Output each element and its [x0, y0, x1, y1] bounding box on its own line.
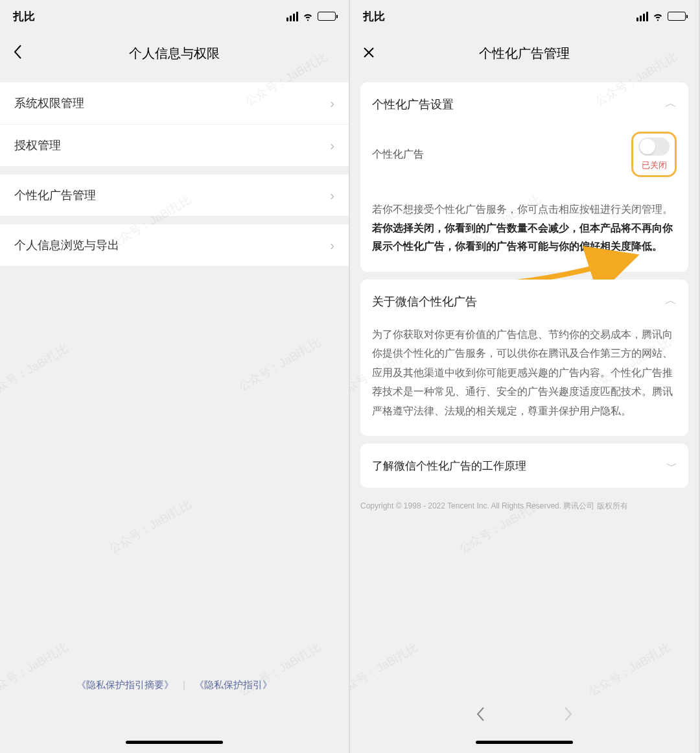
section-body: 为了你获取对你更有价值的广告信息、节约你的交易成本，腾讯向你提供个性化的广告服务… [372, 325, 677, 420]
separator: | [183, 679, 185, 690]
section-description: 若你不想接受个性化广告服务，你可点击相应按钮进行关闭管理。若你选择关闭，你看到的… [372, 200, 677, 256]
toggle-highlight: 已关闭 [631, 132, 677, 177]
card-about-ads: 关于微信个性化广告 ︿ 为了你获取对你更有价值的广告信息、节约你的交易成本，腾讯… [360, 280, 688, 436]
card-ad-settings: 个性化广告设置 ︿ 个性化广告 已关闭 若你不想接受个性化广告服务，你可点击相应… [360, 82, 688, 272]
desc-bold: 若你选择关闭，你看到的广告数量不会减少，但本产品将不再向你展示个性化广告，你看到… [372, 222, 673, 252]
status-bar: 扎比 [350, 0, 699, 32]
copyright: Copyright © 1998 - 2022 Tencent Inc. All… [360, 501, 688, 512]
screen-ads-management: 扎比 个性化广告管理 个性化广告设置 ︿ 个性化广告 已关闭 [350, 0, 700, 753]
desc-plain: 若你不想接受个性化广告服务，你可点击相应按钮进行关闭管理。 [372, 204, 673, 215]
item-label: 个人信息浏览与导出 [14, 237, 119, 253]
toggle-label: 个性化广告 [372, 148, 424, 161]
page-title: 个性化广告管理 [479, 45, 570, 62]
bottom-links: 《隐私保护指引摘要》 | 《隐私保护指引》 [0, 679, 349, 691]
header-label: 了解微信个性化广告的工作原理 [372, 459, 526, 473]
nav-forward-icon[interactable] [563, 706, 574, 727]
carrier-label: 扎比 [363, 9, 385, 24]
link-privacy-summary[interactable]: 《隐私保护指引摘要》 [76, 679, 174, 690]
chevron-right-icon: › [330, 138, 334, 153]
chevron-right-icon: › [330, 238, 334, 253]
back-button[interactable] [13, 44, 22, 64]
nav-bar: 个人信息与权限 [0, 32, 349, 75]
battery-icon [318, 12, 336, 21]
chevron-up-icon: ︿ [665, 293, 677, 308]
item-personalized-ads[interactable]: 个性化广告管理 › [0, 174, 349, 217]
toggle-state-label: 已关闭 [642, 160, 667, 171]
chevron-right-icon: › [330, 188, 334, 203]
item-auth-management[interactable]: 授权管理 › [0, 125, 349, 167]
wifi-icon [652, 10, 664, 22]
status-icons [286, 10, 336, 22]
header-label: 关于微信个性化广告 [372, 294, 477, 309]
status-icons [636, 10, 686, 22]
home-indicator[interactable] [476, 741, 573, 744]
status-bar: 扎比 [0, 0, 349, 32]
item-system-permissions[interactable]: 系统权限管理 › [0, 82, 349, 125]
header-label: 个性化广告设置 [372, 97, 454, 112]
personalized-ads-toggle[interactable] [638, 137, 670, 156]
screen-permissions: 扎比 个人信息与权限 系统权限管理 › 授权管理 › 个性化广告管理 › 个人信… [0, 0, 350, 753]
bottom-nav [350, 706, 699, 727]
section-header[interactable]: 关于微信个性化广告 ︿ [372, 294, 677, 309]
toggle-knob [640, 139, 655, 154]
card-how-it-works[interactable]: 了解微信个性化广告的工作原理 ︿ [360, 444, 688, 488]
section-header[interactable]: 了解微信个性化广告的工作原理 ︿ [372, 458, 677, 473]
link-privacy-guide[interactable]: 《隐私保护指引》 [194, 679, 272, 690]
page-title: 个人信息与权限 [129, 45, 220, 62]
wifi-icon [302, 10, 314, 22]
battery-icon [668, 12, 686, 21]
chevron-down-icon: ︿ [665, 459, 677, 475]
chevron-up-icon: ︿ [665, 95, 677, 111]
signal-icon [636, 12, 648, 21]
nav-bar: 个性化广告管理 [350, 32, 699, 75]
item-info-export[interactable]: 个人信息浏览与导出 › [0, 224, 349, 267]
item-label: 个性化广告管理 [14, 187, 96, 203]
carrier-label: 扎比 [13, 9, 35, 24]
signal-icon [286, 12, 298, 21]
chevron-right-icon: › [330, 96, 334, 111]
close-button[interactable] [363, 45, 375, 62]
nav-back-icon[interactable] [475, 706, 485, 727]
item-label: 系统权限管理 [14, 95, 84, 111]
toggle-row: 个性化广告 已关闭 [372, 132, 677, 177]
section-header[interactable]: 个性化广告设置 ︿ [372, 97, 677, 112]
item-label: 授权管理 [14, 137, 61, 153]
home-indicator[interactable] [126, 741, 223, 744]
